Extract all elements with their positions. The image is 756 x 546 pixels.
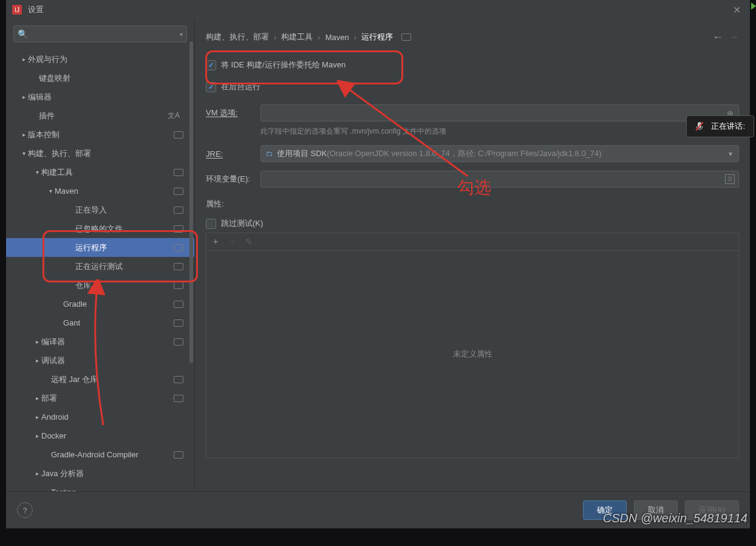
scope-icon [174,319,183,327]
sidebar-item-label: 编辑器 [28,92,183,103]
sidebar-item-label: 已忽略的文件 [75,224,170,234]
language-icon: 文A [168,111,180,121]
sidebar-item-label: Gradle [63,299,170,309]
scope-icon [174,376,183,383]
back-icon[interactable]: ← [712,31,723,44]
speaking-overlay: 正在讲话: [686,115,754,137]
sidebar-item-label: 运行程序 [75,242,170,253]
chevron-right-icon: ▸ [33,432,41,439]
search-input-wrap[interactable]: 🔍 ▾ [13,26,187,43]
sidebar-item-label: 外观与行为 [28,54,183,65]
sidebar-item-label: 远程 Jar 仓库 [51,374,170,385]
background-checkbox[interactable] [206,82,216,92]
crumb[interactable]: 构建、执行、部署 [206,32,269,43]
add-icon[interactable]: ＋ [211,236,220,247]
vm-options-input[interactable]: ⊕ [261,104,739,121]
vm-options-label: VM 选项: [206,107,253,118]
content-panel: 构建、执行、部署› 构建工具› Maven› 运行程序 ← → 将 IDE 构建… [195,19,750,492]
sidebar: 🔍 ▾ ▸外观与行为键盘映射▸编辑器插件文A▸版本控制▾构建、执行、部署▾构建工… [6,19,195,492]
crumb[interactable]: 构建工具 [281,32,313,43]
sidebar-item[interactable]: 仓库 [6,276,194,295]
sidebar-item[interactable]: ▾构建工具 [6,163,194,182]
jre-select[interactable]: 🗀 使用项目 SDK (Oracle OpenJDK version 1.8.0… [261,145,739,162]
chevron-down-icon: ▾ [46,188,55,194]
scope-icon [174,225,183,233]
scope-icon [174,451,183,459]
edit-icon: ✎ [245,237,253,247]
scope-icon [174,395,183,402]
sidebar-item[interactable]: ▸版本控制 [6,125,194,144]
sidebar-item[interactable]: Gradle [6,295,194,313]
skip-tests-checkbox[interactable] [206,219,216,229]
sidebar-item[interactable]: ▸调试器 [6,351,194,370]
cancel-button[interactable]: 取消 [634,500,678,520]
sidebar-item[interactable]: Gant [6,313,194,332]
sidebar-item[interactable]: 运行程序 [6,238,194,257]
sidebar-item[interactable]: ▾构建、执行、部署 [6,144,194,163]
sidebar-item-label: 仓库 [75,280,170,291]
chevron-down-icon[interactable]: ▾ [180,31,183,38]
list-icon[interactable]: ☰ [725,174,735,184]
scope-icon [174,206,183,214]
delegate-checkbox[interactable] [206,60,216,70]
vm-helper-text: 此字段中指定的选项会重写 .mvn/jvm.config 文件中的选项 [261,126,739,137]
sidebar-item-label: 编译器 [41,336,170,347]
ok-button[interactable]: 确定 [583,500,627,520]
sidebar-item[interactable]: ▸外观与行为 [6,50,194,69]
sidebar-item[interactable]: Testing [6,483,194,492]
scope-icon [174,131,183,138]
sidebar-item[interactable]: 正在运行测试 [6,257,194,276]
chevron-right-icon: ▸ [19,131,28,138]
chevron-down-icon[interactable]: ▼ [727,151,734,157]
search-input[interactable] [30,29,180,39]
scope-icon [401,33,411,41]
apply-button[interactable]: 应用(A) [685,500,739,520]
props-empty-text: 未定义属性 [453,349,492,360]
sidebar-item-label: Gant [63,318,170,327]
crumb[interactable]: Maven [325,33,349,42]
properties-box: 未定义属性 [206,250,739,458]
sidebar-item[interactable]: ▸编译器 [6,332,194,351]
skip-tests-label: 跳过测试(K) [221,218,263,229]
sidebar-item[interactable]: ▾Maven [6,182,194,200]
scope-icon [174,282,183,289]
forward-icon[interactable]: → [728,31,739,44]
sidebar-item[interactable]: 远程 Jar 仓库 [6,370,194,389]
sidebar-item[interactable]: ▸Android [6,408,194,426]
sidebar-item[interactable]: ▸Java 分析器 [6,464,194,483]
folder-icon: 🗀 [266,149,273,158]
app-icon: IJ [12,5,22,15]
close-icon[interactable]: ✕ [729,4,744,16]
mic-muted-icon [695,121,704,131]
scope-icon [174,338,183,346]
scope-icon [174,188,183,195]
sidebar-item[interactable]: 已忽略的文件 [6,219,194,238]
scrollbar[interactable] [189,41,193,363]
sidebar-item-label: Docker [41,431,183,440]
sidebar-item-label: 插件 [39,111,168,121]
sidebar-item[interactable]: 键盘映射 [6,69,194,87]
sidebar-item[interactable]: ▸Docker [6,426,194,445]
sidebar-item[interactable]: 正在导入 [6,200,194,219]
sidebar-item[interactable]: 插件文A [6,106,194,125]
chevron-down-icon: ▾ [19,150,28,157]
sidebar-item-label: 键盘映射 [39,73,183,84]
sidebar-item-label: Java 分析器 [41,468,183,479]
sidebar-item[interactable]: Gradle-Android Compiler [6,445,194,464]
help-icon[interactable]: ? [17,502,33,518]
chevron-right-icon: ▸ [19,94,28,100]
properties-label: 属性: [206,199,739,210]
sidebar-item-label: 版本控制 [28,129,170,140]
crumb-current: 运行程序 [361,32,393,43]
search-icon: 🔍 [18,29,28,39]
sidebar-item[interactable]: ▸编辑器 [6,87,194,106]
chevron-right-icon: ▸ [33,357,41,364]
sidebar-item-label: 正在导入 [75,205,170,216]
sidebar-item[interactable]: ▸部署 [6,389,194,408]
sidebar-item-label: 构建工具 [41,167,170,178]
scope-icon [174,263,183,270]
env-input[interactable]: ☰ [261,171,739,188]
window-title: 设置 [28,4,729,15]
dialog-footer: ? 确定 取消 应用(A) [6,491,750,528]
titlebar: IJ 设置 ✕ [6,0,750,19]
